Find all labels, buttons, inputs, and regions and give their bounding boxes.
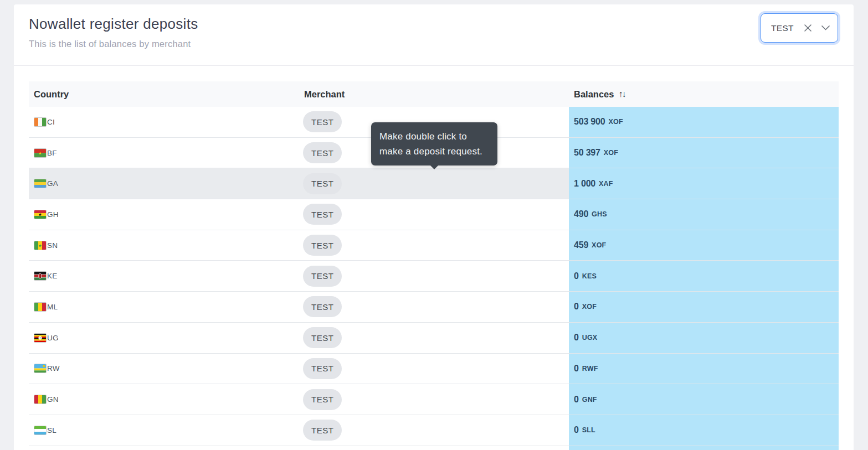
balance-currency: GNF	[582, 396, 597, 404]
table-row[interactable]: SN TEST 459 XOF	[29, 230, 839, 261]
column-header-country: Country	[29, 89, 299, 100]
balance-amount: 490	[574, 209, 588, 219]
country-cell: SL	[29, 415, 299, 446]
merchant-badge: TEST	[303, 173, 342, 194]
clear-filter-x-icon[interactable]	[803, 23, 813, 33]
country-cell: KE	[29, 261, 299, 291]
table-row-partial	[29, 446, 839, 450]
balance-currency: GHS	[592, 210, 607, 218]
merchant-filter-value: TEST	[771, 23, 794, 33]
table-row[interactable]: UG TEST 0 UGX	[29, 323, 839, 354]
balance-amount: 1 000	[574, 179, 595, 189]
table-row[interactable]: SL TEST 0 SLL	[29, 415, 839, 446]
balance-currency: XOF	[582, 303, 597, 311]
balance-amount: 0	[574, 302, 579, 312]
country-code: RW	[47, 364, 60, 373]
flag-bf-icon	[34, 148, 47, 158]
merchant-cell: TEST	[299, 199, 569, 230]
balance-cell[interactable]: 0 XOF	[569, 292, 839, 322]
merchant-badge: TEST	[303, 327, 342, 348]
balance-amount: 0	[574, 395, 579, 405]
balance-currency: XOF	[592, 241, 606, 249]
header-divider	[14, 65, 854, 66]
table-row[interactable]: ML TEST 0 XOF	[29, 292, 839, 323]
flag-gh-icon	[34, 210, 47, 219]
column-header-balances[interactable]: Balances ↑↓	[569, 89, 839, 100]
country-cell: GH	[29, 199, 299, 230]
table-row[interactable]: KE TEST 0 KES	[29, 261, 839, 292]
table-row[interactable]: GH TEST 490 GHS	[29, 199, 839, 230]
table-row[interactable]: GN TEST 0 GNF	[29, 384, 839, 415]
balance-cell[interactable]: 1 000 XAF	[569, 168, 839, 199]
balance-amount: 0	[574, 425, 579, 435]
country-cell: SN	[29, 230, 299, 261]
balance-currency: XOF	[608, 118, 623, 126]
country-code: SL	[47, 426, 57, 435]
country-code: UG	[47, 334, 59, 342]
flag-ke-icon	[34, 271, 47, 281]
table-row[interactable]: RW TEST 0 RWF	[29, 354, 839, 385]
flag-ml-icon	[34, 302, 47, 312]
card-header: Nowallet register deposits This is the l…	[14, 4, 854, 65]
deposit-tooltip: Make double click to make a deposit requ…	[371, 122, 497, 165]
balance-amount: 0	[574, 333, 579, 343]
balance-currency: SLL	[582, 426, 595, 434]
balance-amount: 503 900	[574, 117, 605, 127]
sort-arrows-icon[interactable]: ↑↓	[618, 89, 625, 99]
country-cell: UG	[29, 323, 299, 353]
country-cell: CI	[29, 107, 299, 137]
balance-cell[interactable]: 0 UGX	[569, 323, 839, 353]
merchant-label: TEST	[311, 179, 333, 188]
country-cell: RW	[29, 354, 299, 384]
merchant-cell: TEST	[299, 384, 569, 415]
country-code: GN	[47, 395, 59, 404]
merchant-label: TEST	[311, 395, 333, 404]
merchant-badge: TEST	[303, 296, 342, 317]
page-title: Nowallet register deposits	[29, 15, 198, 33]
balance-cell[interactable]: 459 XOF	[569, 230, 839, 261]
column-header-merchant: Merchant	[299, 89, 569, 100]
merchant-label: TEST	[311, 271, 333, 281]
merchant-cell: TEST	[299, 323, 569, 353]
merchant-cell: TEST	[299, 354, 569, 384]
flag-ci-icon	[34, 117, 47, 127]
merchant-label: TEST	[311, 117, 333, 127]
country-code: GA	[47, 179, 58, 188]
balance-amount: 459	[574, 240, 588, 250]
flag-sl-icon	[34, 426, 47, 435]
merchant-cell: TEST	[299, 168, 569, 199]
flag-ga-icon	[34, 179, 47, 188]
balance-currency: UGX	[582, 334, 598, 342]
merchant-badge: TEST	[303, 204, 342, 225]
country-code: CI	[47, 118, 55, 126]
table-row[interactable]: GA TEST 1 000 XAF	[29, 168, 839, 199]
country-cell: GA	[29, 168, 299, 199]
balance-cell[interactable]: 0 SLL	[569, 415, 839, 446]
balance-currency: RWF	[582, 365, 598, 373]
merchant-badge: TEST	[303, 266, 342, 287]
balance-cell[interactable]: 490 GHS	[569, 199, 839, 230]
balance-cell[interactable]: 0 GNF	[569, 384, 839, 415]
table-header-row: Country Merchant Balances ↑↓	[29, 81, 839, 107]
merchant-label: TEST	[311, 333, 333, 343]
merchant-badge: TEST	[303, 358, 342, 379]
merchant-label: TEST	[311, 364, 333, 373]
balance-cell	[569, 446, 839, 450]
balance-cell[interactable]: 50 397 XOF	[569, 138, 839, 168]
balance-amount: 0	[574, 364, 579, 374]
country-cell: GN	[29, 384, 299, 415]
balance-cell[interactable]: 0 RWF	[569, 354, 839, 384]
chevron-down-icon[interactable]	[821, 25, 830, 31]
country-cell: ML	[29, 292, 299, 322]
country-cell: BF	[29, 138, 299, 168]
country-code: BF	[47, 149, 57, 157]
merchant-label: TEST	[311, 148, 333, 158]
merchant-label: TEST	[311, 302, 333, 312]
balance-cell[interactable]: 503 900 XOF	[569, 107, 839, 137]
balance-amount: 50 397	[574, 148, 600, 158]
merchant-filter-select[interactable]: TEST	[761, 13, 838, 43]
balances-header-label: Balances	[574, 89, 614, 100]
balance-cell[interactable]: 0 KES	[569, 261, 839, 291]
merchant-cell: TEST	[299, 261, 569, 291]
country-code: ML	[47, 303, 58, 311]
